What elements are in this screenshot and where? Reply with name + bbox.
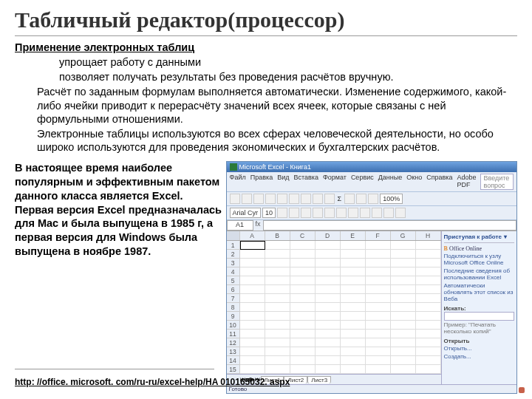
cell[interactable] xyxy=(290,330,316,338)
menu-item[interactable]: Формат xyxy=(323,174,347,190)
name-box[interactable]: A1 xyxy=(227,220,253,231)
cell[interactable] xyxy=(416,267,441,276)
cell[interactable] xyxy=(290,312,316,321)
cell[interactable] xyxy=(416,241,441,250)
cell[interactable] xyxy=(416,303,441,312)
menu-item[interactable]: Данные xyxy=(378,174,403,190)
cell[interactable] xyxy=(341,321,366,330)
fill-color-icon[interactable] xyxy=(383,208,394,218)
cell[interactable] xyxy=(290,356,316,365)
cell[interactable] xyxy=(265,303,290,312)
cell[interactable] xyxy=(316,330,341,338)
col-header[interactable]: G xyxy=(391,231,416,240)
row-header[interactable]: 14 xyxy=(227,356,240,365)
col-header[interactable]: D xyxy=(316,231,341,240)
zoom-box[interactable]: 100% xyxy=(380,194,403,204)
font-name-box[interactable]: Arial Cyr xyxy=(230,208,262,218)
cell[interactable] xyxy=(240,285,265,294)
cell[interactable] xyxy=(265,356,290,365)
sheet-tab[interactable]: Лист3 xyxy=(307,376,331,383)
undo-icon[interactable] xyxy=(313,194,323,204)
cell[interactable] xyxy=(316,241,341,250)
cell[interactable] xyxy=(265,347,290,356)
cell[interactable] xyxy=(416,285,441,294)
cell[interactable] xyxy=(290,338,316,347)
cell[interactable] xyxy=(366,285,391,294)
cell[interactable] xyxy=(416,276,441,285)
cell[interactable] xyxy=(341,250,366,259)
cell[interactable] xyxy=(341,347,366,356)
cell[interactable] xyxy=(341,303,366,312)
cell[interactable] xyxy=(290,276,316,285)
cell[interactable] xyxy=(416,321,441,330)
cell[interactable] xyxy=(416,347,441,356)
menu-item[interactable]: Справка xyxy=(426,174,452,190)
cell[interactable] xyxy=(265,250,290,259)
select-all-corner[interactable] xyxy=(227,231,240,240)
row-header[interactable]: 4 xyxy=(227,267,240,276)
cell[interactable] xyxy=(391,330,416,338)
menu-item[interactable]: Правка xyxy=(250,174,273,190)
cell[interactable] xyxy=(240,294,265,303)
cell[interactable] xyxy=(366,356,391,365)
cell[interactable] xyxy=(366,267,391,276)
sum-icon[interactable]: Σ xyxy=(336,195,344,202)
cell[interactable] xyxy=(316,259,341,267)
cell[interactable] xyxy=(290,347,316,356)
cell[interactable] xyxy=(416,294,441,303)
print-icon[interactable] xyxy=(265,194,276,204)
col-header[interactable]: C xyxy=(290,231,316,240)
cell[interactable] xyxy=(240,303,265,312)
menu-item[interactable]: Вид xyxy=(277,174,289,190)
cell[interactable] xyxy=(341,312,366,321)
cell[interactable] xyxy=(416,356,441,365)
cell[interactable] xyxy=(391,250,416,259)
row-header[interactable]: 6 xyxy=(227,285,240,294)
spreadsheet-grid[interactable]: A B C D E F G H 123456789101112131415 ⏮ xyxy=(227,231,441,384)
sort-asc-icon[interactable] xyxy=(344,194,355,204)
cell[interactable] xyxy=(290,285,316,294)
cell[interactable] xyxy=(290,294,316,303)
cell[interactable] xyxy=(240,321,265,330)
cell[interactable] xyxy=(240,338,265,347)
cell[interactable] xyxy=(366,312,391,321)
cell[interactable] xyxy=(391,321,416,330)
cell[interactable] xyxy=(391,356,416,365)
cell[interactable] xyxy=(366,338,391,347)
row-header[interactable]: 9 xyxy=(227,312,240,321)
cell[interactable] xyxy=(391,365,416,374)
cell[interactable] xyxy=(240,365,265,374)
cell[interactable] xyxy=(265,338,290,347)
cell[interactable] xyxy=(341,365,366,374)
new-icon[interactable] xyxy=(230,194,240,204)
cell[interactable] xyxy=(341,294,366,303)
cell[interactable] xyxy=(391,259,416,267)
cell[interactable] xyxy=(391,276,416,285)
cell[interactable] xyxy=(316,285,341,294)
taskpane-link[interactable]: Автоматически обновлять этот список из В… xyxy=(444,282,514,303)
menu-item[interactable]: Файл xyxy=(230,174,246,190)
italic-icon[interactable] xyxy=(289,208,299,218)
taskpane-link[interactable]: Последние сведения об использовании Exce… xyxy=(444,267,514,282)
sort-desc-icon[interactable] xyxy=(356,194,366,204)
borders-icon[interactable] xyxy=(372,208,382,218)
cell[interactable] xyxy=(316,294,341,303)
cell[interactable] xyxy=(265,294,290,303)
row-header[interactable]: 5 xyxy=(227,276,240,285)
cell[interactable] xyxy=(416,365,441,374)
cell[interactable] xyxy=(341,356,366,365)
cell[interactable] xyxy=(391,241,416,250)
cell[interactable] xyxy=(316,267,341,276)
cell[interactable] xyxy=(316,303,341,312)
cell[interactable] xyxy=(416,259,441,267)
cell[interactable] xyxy=(240,276,265,285)
cell[interactable] xyxy=(265,267,290,276)
cell[interactable] xyxy=(341,259,366,267)
cell[interactable] xyxy=(290,241,316,250)
col-header[interactable]: B xyxy=(265,231,290,240)
taskpane-link[interactable]: Подключиться к узлу Microsoft Office Onl… xyxy=(444,252,514,267)
col-header[interactable]: F xyxy=(366,231,391,240)
cell[interactable] xyxy=(391,312,416,321)
cell[interactable] xyxy=(366,241,391,250)
align-center-icon[interactable] xyxy=(324,208,335,218)
